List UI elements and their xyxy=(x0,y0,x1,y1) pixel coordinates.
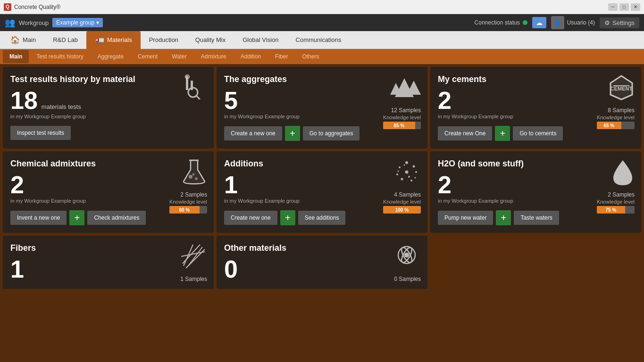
card-cements-title: My cements xyxy=(438,74,634,84)
subnav-item-testresults[interactable]: Test results history xyxy=(30,50,90,63)
admixtures-knowledge: Knowledge level xyxy=(169,199,207,205)
check-admixtures-button[interactable]: Check admixtures xyxy=(87,211,146,225)
inspect-test-results-button[interactable]: Inspect test results xyxy=(10,126,71,140)
aggregates-stats: 12 Samples Knowledge level 85 % xyxy=(383,107,421,129)
pump-water-button[interactable]: Pump new water xyxy=(438,211,493,225)
goto-aggregates-button[interactable]: Go to aggregates xyxy=(303,126,360,140)
card-other-materials-title: Other materials xyxy=(224,243,420,253)
card-additions: Additions 1 xyxy=(217,151,427,233)
svg-point-20 xyxy=(401,178,403,181)
mainnav-item-production[interactable]: Production xyxy=(141,31,187,49)
see-additions-button[interactable]: See additions xyxy=(298,211,346,225)
subnav-item-main[interactable]: Main xyxy=(3,50,29,63)
card-aggregates: The aggregates 5 in my Workgroup Example… xyxy=(217,67,427,148)
test-results-label: materials tests xyxy=(42,103,81,110)
user-section: 👤 Usuario (4) xyxy=(551,16,595,29)
maximize-button[interactable]: □ xyxy=(619,3,629,11)
svg-point-35 xyxy=(405,253,409,257)
add-water-button[interactable]: + xyxy=(496,210,511,225)
settings-button[interactable]: ⚙ Settings xyxy=(600,17,639,28)
other-materials-icon xyxy=(393,242,421,272)
additions-samples: 4 Samples xyxy=(383,191,421,198)
mainnav-item-main[interactable]: 🏠Main xyxy=(2,31,44,49)
create-addition-button[interactable]: Create new one xyxy=(224,211,277,225)
fibers-number: 1 xyxy=(10,257,24,281)
cements-stats: 8 Samples Knowledge level 65 % xyxy=(597,107,635,129)
svg-point-24 xyxy=(408,176,410,178)
subnav-item-addition[interactable]: Addition xyxy=(234,50,268,63)
add-admixture-button[interactable]: + xyxy=(69,210,84,225)
svg-point-22 xyxy=(405,171,409,174)
card-admixtures-title: Chemical admixtures xyxy=(10,159,206,169)
app-title: Concrete Quality® xyxy=(14,4,608,10)
mainnav-item-materials[interactable]: 🚛Materials xyxy=(86,31,141,49)
subnav-item-fiber[interactable]: Fiber xyxy=(268,50,294,63)
cloud-button[interactable]: ☁ xyxy=(532,17,546,28)
workgroup-icon: 👥 xyxy=(5,17,15,28)
water-number: 2 xyxy=(438,173,452,197)
taste-waters-button[interactable]: Taste waters xyxy=(514,211,559,225)
card-fibers-title: Fibers xyxy=(10,243,206,253)
test-results-number: 18 xyxy=(10,88,38,113)
subnav-item-aggregate[interactable]: Aggregate xyxy=(91,50,130,63)
water-knowledge: Knowledge level xyxy=(597,199,635,205)
mainnav-item-globalvision[interactable]: Global Vision xyxy=(234,31,287,49)
cements-progress-bar: 65 % xyxy=(597,122,635,129)
other-materials-stats: 0 Samples xyxy=(394,276,421,282)
add-addition-button[interactable]: + xyxy=(280,210,295,225)
mainnav-item-qualitymix[interactable]: Quality Mix xyxy=(187,31,234,49)
fibers-samples: 1 Samples xyxy=(180,276,207,282)
svg-point-26 xyxy=(415,177,416,179)
svg-text:CEMENT: CEMENT xyxy=(611,86,633,91)
materials-nav-label: Materials xyxy=(107,36,132,43)
svg-point-15 xyxy=(405,161,408,164)
aggregates-number: 5 xyxy=(224,88,238,113)
additions-progress-fill: 100 % xyxy=(383,206,421,214)
water-samples: 2 Samples xyxy=(597,191,635,198)
svg-point-21 xyxy=(410,180,412,181)
create-cement-button[interactable]: Create new One xyxy=(438,126,492,140)
goto-cements-button[interactable]: Go to cements xyxy=(513,126,563,140)
mainnav-item-communications[interactable]: Communications xyxy=(287,31,350,49)
admixtures-progress-fill: 80 % xyxy=(169,206,200,214)
mainnav-item-rdlab[interactable]: R&D Lab xyxy=(44,31,86,49)
app-icon: Q xyxy=(4,3,11,11)
create-admixture-button[interactable]: Invent a new one xyxy=(10,211,67,225)
cements-icon: CEMENT xyxy=(609,74,635,106)
connection-label: Connection status xyxy=(475,19,520,26)
workgroup-label: Workgroup xyxy=(19,19,49,26)
add-cement-button[interactable]: + xyxy=(495,126,510,141)
chevron-down-icon: ▾ xyxy=(96,19,99,26)
subnav-item-water[interactable]: Water xyxy=(165,50,193,63)
subnav-item-others[interactable]: Others xyxy=(295,50,326,63)
cements-samples: 8 Samples xyxy=(597,107,635,114)
workgroup-dropdown[interactable]: Example group ▾ xyxy=(52,18,103,27)
communications-nav-label: Communications xyxy=(296,36,342,43)
window-controls[interactable]: ─ □ ✕ xyxy=(608,3,640,11)
add-aggregate-button[interactable]: + xyxy=(285,126,300,141)
close-button[interactable]: ✕ xyxy=(631,3,640,11)
admixtures-icon xyxy=(181,158,207,190)
connection-status: Connection status xyxy=(475,19,527,26)
card-other-materials: Other materials 0 0 Samples xyxy=(217,236,427,289)
subnav-item-cement[interactable]: Cement xyxy=(131,50,164,63)
sub-nav: MainTest results historyAggregateCementW… xyxy=(0,49,644,64)
connection-dot xyxy=(523,20,527,25)
cements-progress-fill: 65 % xyxy=(597,122,621,129)
svg-point-16 xyxy=(399,166,401,168)
materials-nav-icon: 🚛 xyxy=(95,35,104,44)
svg-point-17 xyxy=(413,165,415,168)
subnav-item-admixture[interactable]: Admixture xyxy=(194,50,233,63)
settings-icon: ⚙ xyxy=(604,19,610,26)
minimize-button[interactable]: ─ xyxy=(608,3,618,11)
additions-progress-bar: 100 % xyxy=(383,206,421,214)
create-aggregate-button[interactable]: Create a new one xyxy=(224,126,282,140)
additions-number: 1 xyxy=(224,173,238,197)
water-progress-bar: 75 % xyxy=(597,206,635,214)
qualitymix-nav-label: Quality Mix xyxy=(195,36,226,43)
main-nav-label: Main xyxy=(23,36,36,43)
test-results-subtitle: in my Workgroup Example group xyxy=(10,114,206,119)
avatar: 👤 xyxy=(551,16,564,29)
fibers-stats: 1 Samples xyxy=(180,276,207,282)
aggregates-samples: 12 Samples xyxy=(383,107,421,114)
